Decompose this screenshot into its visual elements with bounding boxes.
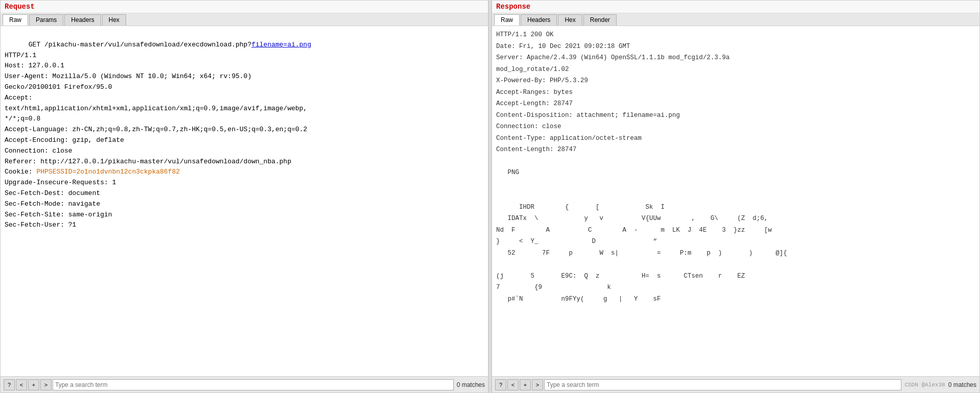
response-tabs: Raw Headers Hex Render: [492, 13, 979, 26]
request-content: GET /pikachu-master/vul/unsafedownload/e…: [1, 26, 488, 376]
response-panel: Response Raw Headers Hex Render HTTP/1.1…: [492, 0, 980, 393]
response-plus-btn[interactable]: +: [520, 379, 531, 390]
request-title: Request: [1, 1, 488, 13]
request-line-1: GET /pikachu-master/vul/unsafedownload/e…: [5, 41, 311, 229]
response-title: Response: [492, 1, 979, 13]
tab-response-render[interactable]: Render: [583, 14, 617, 26]
request-tabs: Raw Params Headers Hex: [1, 13, 488, 26]
request-prev-btn[interactable]: <: [16, 379, 27, 390]
request-plus-btn[interactable]: +: [28, 379, 39, 390]
response-prev-btn[interactable]: <: [507, 379, 519, 390]
response-search-bar: ? < + > CSDN @Alex38 0 matches: [492, 376, 979, 392]
request-search-input[interactable]: [53, 379, 454, 390]
response-matches-count: 0 matches: [948, 381, 976, 388]
request-next-btn[interactable]: >: [40, 379, 52, 390]
request-filename-param: filename=ai.png: [252, 41, 311, 48]
tab-request-hex[interactable]: Hex: [102, 14, 126, 26]
request-matches-count: 0 matches: [457, 381, 485, 388]
tab-response-hex[interactable]: Hex: [558, 14, 582, 26]
request-panel: Request Raw Params Headers Hex GET /pika…: [0, 0, 488, 393]
tab-request-params[interactable]: Params: [29, 14, 63, 26]
request-search-bar: ? < + > 0 matches: [1, 376, 488, 392]
request-question-btn[interactable]: ?: [4, 379, 15, 390]
response-search-input[interactable]: [544, 379, 901, 390]
response-question-btn[interactable]: ?: [495, 379, 506, 390]
request-cookie-value: PHPSESSID=2o1no1dvnbn12cn3ckpka86f82: [36, 168, 180, 176]
response-content: HTTP/1.1 200 OK Date: Fri, 10 Dec 2021 0…: [492, 26, 979, 376]
response-next-btn[interactable]: >: [532, 379, 543, 390]
tab-response-raw[interactable]: Raw: [494, 14, 520, 26]
tab-request-headers[interactable]: Headers: [64, 14, 101, 26]
tab-request-raw[interactable]: Raw: [3, 14, 28, 26]
csdn-watermark: CSDN @Alex38: [904, 382, 945, 388]
tab-response-headers[interactable]: Headers: [521, 14, 557, 26]
